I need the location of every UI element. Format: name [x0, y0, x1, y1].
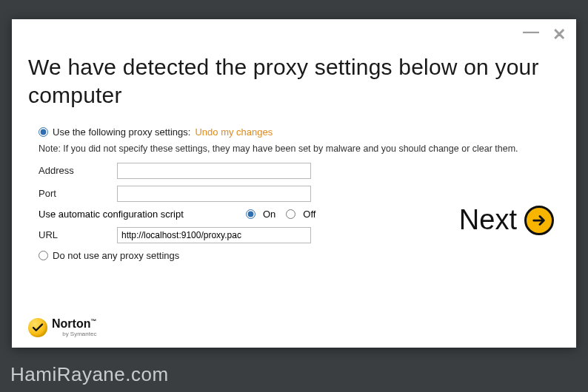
port-field: Port [39, 186, 560, 202]
next-button-label: Next [459, 204, 517, 236]
brand-logo: Norton™ by Symantec [28, 318, 96, 337]
autoscript-off-input[interactable] [286, 209, 295, 219]
undo-changes-link[interactable]: Undo my changes [195, 126, 273, 138]
dialog-window: — ✕ We have detected the proxy settings … [12, 19, 576, 348]
brand-byline: by Symantec [52, 331, 96, 337]
trademark-symbol: ™ [90, 318, 96, 325]
url-label: URL [39, 229, 117, 240]
arrow-right-icon [524, 206, 554, 235]
url-input[interactable] [117, 227, 311, 243]
address-label: Address [39, 165, 117, 176]
port-label: Port [39, 188, 117, 199]
radio-no-proxy[interactable]: Do not use any proxy settings [39, 250, 560, 261]
address-input[interactable] [117, 163, 311, 179]
checkmark-icon [28, 318, 47, 337]
address-field: Address [39, 163, 560, 179]
next-button[interactable]: Next [459, 204, 554, 236]
close-button[interactable]: ✕ [552, 27, 566, 43]
autoscript-on-label: On [263, 209, 275, 220]
window-controls: — ✕ [523, 27, 566, 43]
autoscript-off[interactable]: Off [286, 209, 315, 220]
port-input[interactable] [117, 186, 311, 202]
autoscript-off-label: Off [303, 209, 315, 220]
autoscript-on-input[interactable] [246, 209, 255, 219]
brand-text: Norton™ by Symantec [52, 318, 96, 337]
radio-use-proxy-input[interactable] [39, 127, 48, 137]
radio-use-proxy-label: Use the following proxy settings: [53, 126, 190, 138]
dialog-heading: We have detected the proxy settings belo… [28, 53, 560, 110]
radio-no-proxy-input[interactable] [39, 251, 48, 260]
autoscript-label: Use automatic configuration script [39, 209, 246, 220]
radio-no-proxy-label: Do not use any proxy settings [53, 250, 179, 261]
brand-name: Norton [52, 317, 90, 330]
radio-use-proxy[interactable]: Use the following proxy settings: Undo m… [39, 126, 560, 138]
watermark-text: HamiRayane.com [10, 363, 169, 386]
autoscript-on[interactable]: On [246, 209, 275, 220]
proxy-form: Address Port [39, 163, 560, 202]
malware-note: Note: If you did not specify these setti… [39, 143, 560, 154]
minimize-button[interactable]: — [523, 24, 539, 40]
